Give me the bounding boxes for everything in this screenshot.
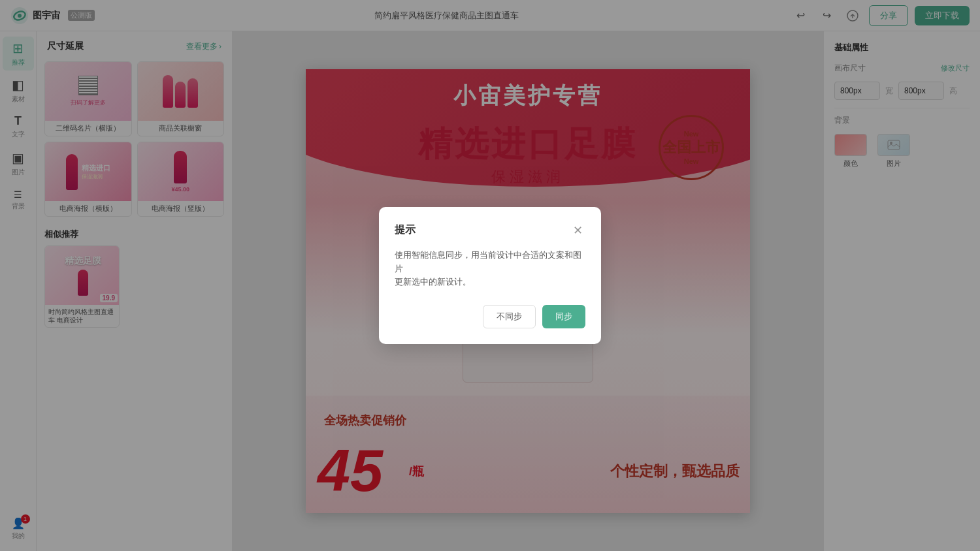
modal-body: 使用智能信息同步，用当前设计中合适的文案和图片 更新选中的新设计。: [395, 249, 585, 289]
modal-confirm-button[interactable]: 同步: [542, 305, 585, 328]
modal-box: 提示 ✕ 使用智能信息同步，用当前设计中合适的文案和图片 更新选中的新设计。 不…: [379, 207, 601, 344]
modal-cancel-button[interactable]: 不同步: [483, 305, 536, 328]
modal-footer: 不同步 同步: [395, 305, 585, 328]
modal-close-button[interactable]: ✕: [570, 223, 585, 238]
modal-overlay: 提示 ✕ 使用智能信息同步，用当前设计中合适的文案和图片 更新选中的新设计。 不…: [0, 0, 980, 551]
modal-title: 提示: [395, 223, 570, 237]
modal-header: 提示 ✕: [395, 223, 585, 238]
